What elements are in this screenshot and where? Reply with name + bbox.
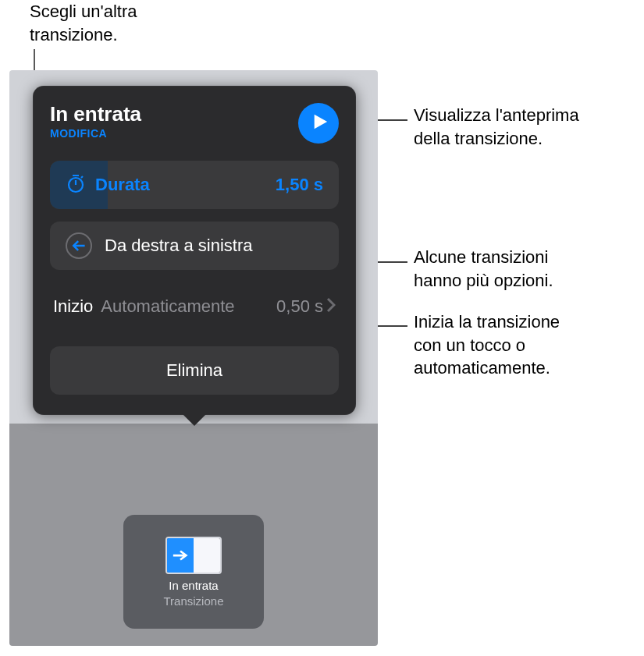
thumb-subtitle: Transizione (164, 594, 224, 608)
duration-slider[interactable]: Durata 1,50 s (50, 161, 339, 209)
transition-thumb-icon (165, 537, 222, 574)
device-area: In entrata MODIFICA Durata 1,50 (9, 70, 378, 646)
arrow-left-icon (66, 232, 92, 259)
transition-popup: In entrata MODIFICA Durata 1,50 (33, 86, 356, 415)
thumb-title: In entrata (169, 579, 218, 592)
play-icon (308, 112, 329, 135)
start-label: Inizio (53, 296, 93, 317)
start-mode: Automaticamente (101, 296, 270, 317)
duration-value: 1,50 s (276, 175, 323, 195)
transition-thumbnail[interactable]: In entrata Transizione (123, 515, 264, 629)
direction-button[interactable]: Da destra a sinistra (50, 222, 339, 270)
timer-icon (66, 173, 86, 197)
start-delay: 0,50 s (276, 296, 323, 317)
popup-pointer (182, 413, 207, 426)
duration-label: Durata (95, 175, 150, 195)
popup-title: In entrata (50, 103, 141, 126)
modify-link[interactable]: MODIFICA (50, 127, 141, 140)
start-row[interactable]: Inizio Automaticamente 0,50 s (50, 282, 339, 331)
chevron-right-icon (326, 297, 336, 316)
preview-button[interactable] (298, 103, 339, 144)
direction-label: Da destra a sinistra (105, 236, 253, 256)
delete-button[interactable]: Elimina (50, 346, 339, 395)
